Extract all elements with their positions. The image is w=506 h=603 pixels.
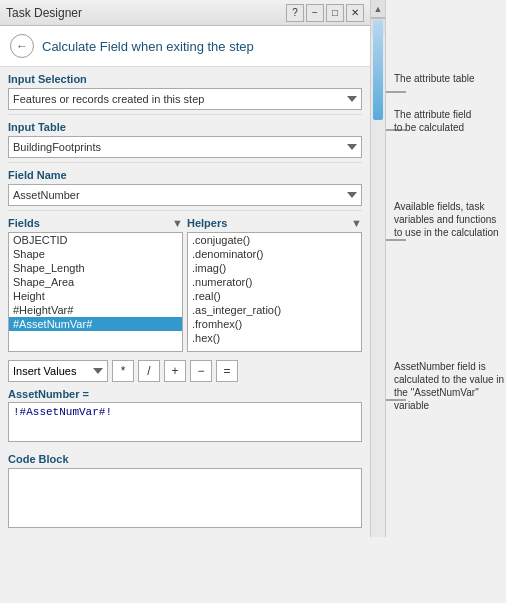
list-item[interactable]: .conjugate() [188,233,361,247]
fields-header: Fields ▼ [8,217,183,229]
input-table-dropdown[interactable]: BuildingFootprints [8,136,362,158]
title-bar-controls: ? − □ ✕ [286,4,364,22]
annotations-panel: The attribute table The attribute fieldt… [386,0,506,537]
help-button[interactable]: ? [286,4,304,22]
list-item[interactable]: Shape [9,247,182,261]
input-table-section: Input Table BuildingFootprints [0,115,370,162]
subtract-operator[interactable]: − [190,360,212,382]
multiply-operator[interactable]: * [112,360,134,382]
maximize-button[interactable]: □ [326,4,344,22]
title-bar: Task Designer ? − □ ✕ [0,0,370,26]
task-designer-window: Task Designer ? − □ ✕ ← Calculate Field … [0,0,506,537]
helpers-list[interactable]: .conjugate() .denominator() .imag() .num… [187,232,362,352]
helpers-header: Helpers ▼ [187,217,362,229]
fields-label: Fields [8,217,40,229]
annotation-avail-fields: Available fields, taskvariables and func… [394,200,506,239]
fields-panel: Fields ▼ OBJECTID Shape Shape_Length Sha… [8,217,183,352]
annotation-calc-result: AssetNumber field iscalculated to the va… [394,360,506,412]
calc-section: AssetNumber = !#AssetNumVar#! [0,386,370,449]
list-item[interactable]: .imag() [188,261,361,275]
list-item[interactable]: OBJECTID [9,233,182,247]
main-panel: Task Designer ? − □ ✕ ← Calculate Field … [0,0,370,537]
insert-values-dropdown[interactable]: Insert Values [8,360,108,382]
list-item[interactable]: .denominator() [188,247,361,261]
code-block-label: Code Block [8,453,362,465]
list-item[interactable]: Shape_Length [9,261,182,275]
equals-operator[interactable]: = [216,360,238,382]
fields-filter-icon[interactable]: ▼ [172,217,183,229]
close-button[interactable]: ✕ [346,4,364,22]
input-table-label: Input Table [8,121,362,133]
list-item[interactable]: .as_integer_ratio() [188,303,361,317]
window-title: Task Designer [6,6,82,20]
field-name-section: Field Name AssetNumber [0,163,370,210]
annotation-attr-field: The attribute fieldto be calculated [394,108,506,134]
fields-list[interactable]: OBJECTID Shape Shape_Length Shape_Area H… [8,232,183,352]
helpers-label: Helpers [187,217,227,229]
list-item-selected[interactable]: #AssetNumVar# [9,317,182,331]
input-selection-dropdown[interactable]: Features or records created in this step [8,88,362,110]
helpers-panel: Helpers ▼ .conjugate() .denominator() .i… [187,217,362,352]
insert-values-row: Insert Values * / + − = [0,356,370,386]
scroll-up-button[interactable]: ▲ [371,0,385,18]
title-bar-left: Task Designer [6,6,82,20]
field-name-label: Field Name [8,169,362,181]
add-operator[interactable]: + [164,360,186,382]
code-block-textarea[interactable] [8,468,362,528]
vertical-scrollbar[interactable]: ▲ ▼ [370,0,386,537]
step-header: ← Calculate Field when exiting the step [0,26,370,67]
list-item[interactable]: #HeightVar# [9,303,182,317]
fields-helpers-row: Fields ▼ OBJECTID Shape Shape_Length Sha… [0,211,370,356]
back-button[interactable]: ← [10,34,34,58]
calc-expression[interactable]: !#AssetNumVar#! [8,402,362,442]
step-title: Calculate Field when exiting the step [42,39,254,54]
helpers-filter-icon[interactable]: ▼ [351,217,362,229]
code-block-section: Code Block [0,449,370,537]
list-item[interactable]: Height [9,289,182,303]
input-selection-label: Input Selection [8,73,362,85]
divide-operator[interactable]: / [138,360,160,382]
input-selection-section: Input Selection Features or records crea… [0,67,370,114]
list-item[interactable]: .numerator() [188,275,361,289]
list-item[interactable]: .real() [188,289,361,303]
list-item[interactable]: .hex() [188,331,361,345]
field-name-dropdown[interactable]: AssetNumber [8,184,362,206]
calc-label: AssetNumber = [8,388,362,400]
annotation-attr-table: The attribute table [394,72,506,85]
list-item[interactable]: .fromhex() [188,317,361,331]
scroll-thumb[interactable] [373,20,383,120]
minimize-button[interactable]: − [306,4,324,22]
list-item[interactable]: Shape_Area [9,275,182,289]
